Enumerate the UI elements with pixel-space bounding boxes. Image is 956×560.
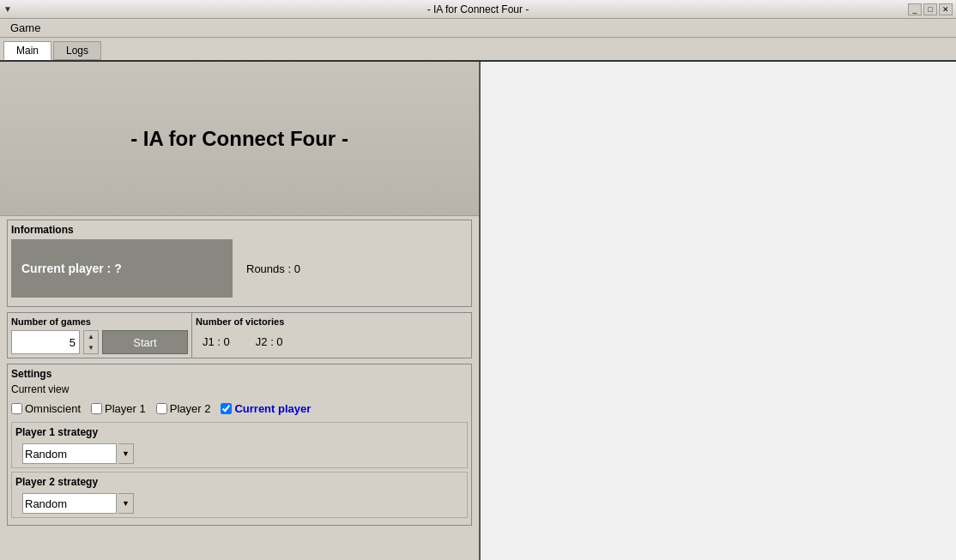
current-view-label: Current view bbox=[11, 383, 468, 395]
maximize-button[interactable]: □ bbox=[923, 3, 937, 15]
player2-select-arrow-icon[interactable]: ▼ bbox=[118, 493, 134, 514]
banner: - IA for Connect Four - bbox=[0, 62, 479, 216]
player2-strategy-select[interactable]: Random bbox=[22, 493, 117, 514]
player1-checkbox[interactable] bbox=[91, 403, 102, 414]
omniscient-checkbox[interactable] bbox=[11, 403, 22, 414]
informations-label: Informations bbox=[11, 224, 468, 236]
player1-strategy-label: Player 1 strategy bbox=[15, 426, 463, 438]
player1-strategy-section: Player 1 strategy Random ▼ bbox=[11, 422, 468, 468]
player1-view-label: Player 1 bbox=[105, 402, 146, 415]
games-input[interactable] bbox=[11, 330, 80, 354]
player2-checkbox-item[interactable]: Player 2 bbox=[156, 402, 211, 415]
current-player-checkbox-item[interactable]: Current player bbox=[221, 402, 311, 415]
victories-section-label: Number of victories bbox=[196, 316, 468, 327]
omniscient-label: Omniscient bbox=[25, 402, 81, 415]
j2-victories: J2 : 0 bbox=[256, 335, 283, 348]
player1-checkbox-item[interactable]: Player 1 bbox=[91, 402, 146, 415]
banner-title: - IA for Connect Four - bbox=[130, 127, 348, 151]
tab-logs[interactable]: Logs bbox=[53, 41, 101, 60]
settings-section: Settings Current view Omniscient Player … bbox=[7, 364, 472, 526]
rounds-text: Rounds : 0 bbox=[246, 262, 300, 275]
tab-main[interactable]: Main bbox=[3, 41, 51, 60]
start-button[interactable]: Start bbox=[102, 330, 188, 354]
player2-strategy-row: Random ▼ bbox=[15, 493, 463, 514]
menu-bar: Game bbox=[0, 19, 956, 38]
omniscient-checkbox-item[interactable]: Omniscient bbox=[11, 402, 81, 415]
player1-strategy-select[interactable]: Random bbox=[22, 443, 117, 464]
games-victories-row: Number of games ▲ ▼ Start Number of vict… bbox=[7, 312, 472, 358]
player2-strategy-section: Player 2 strategy Random ▼ bbox=[11, 472, 468, 518]
victories-section: Number of victories J1 : 0 J2 : 0 bbox=[192, 313, 471, 358]
current-player-checkbox[interactable] bbox=[221, 403, 232, 414]
checkboxes-row: Omniscient Player 1 Player 2 Current pla… bbox=[11, 399, 468, 418]
game-menu[interactable]: Game bbox=[3, 20, 47, 36]
spinner-down[interactable]: ▼ bbox=[84, 342, 98, 353]
current-player-view-label: Current player bbox=[234, 402, 311, 415]
games-section: Number of games ▲ ▼ Start bbox=[8, 313, 192, 358]
close-button[interactable]: ✕ bbox=[939, 3, 953, 15]
window-title: - IA for Connect Four - bbox=[427, 3, 529, 15]
j1-victories: J1 : 0 bbox=[203, 335, 230, 348]
title-bar-buttons: _ □ ✕ bbox=[908, 3, 953, 15]
player1-strategy-row: Random ▼ bbox=[15, 443, 463, 464]
informations-section: Informations Current player : ? Rounds :… bbox=[7, 220, 472, 307]
left-panel: - IA for Connect Four - Informations Cur… bbox=[0, 62, 481, 560]
games-section-label: Number of games bbox=[11, 316, 188, 327]
settings-label: Settings bbox=[11, 368, 468, 380]
spinner-row: ▲ ▼ Start bbox=[11, 330, 188, 354]
window-menu-icon[interactable]: ▼ bbox=[3, 4, 12, 14]
title-bar-left: ▼ bbox=[3, 4, 12, 14]
info-row: Current player : ? Rounds : 0 bbox=[11, 239, 468, 298]
player2-view-label: Player 2 bbox=[170, 402, 211, 415]
spinner-arrows: ▲ ▼ bbox=[83, 330, 99, 354]
right-panel bbox=[481, 62, 956, 560]
current-player-text: Current player : ? bbox=[21, 262, 122, 275]
player2-checkbox[interactable] bbox=[156, 403, 167, 414]
main-content: - IA for Connect Four - Informations Cur… bbox=[0, 60, 956, 560]
title-bar: ▼ - IA for Connect Four - _ □ ✕ bbox=[0, 0, 956, 19]
current-player-box: Current player : ? bbox=[11, 239, 233, 298]
minimize-button[interactable]: _ bbox=[908, 3, 922, 15]
victories-values: J1 : 0 J2 : 0 bbox=[196, 330, 468, 353]
player1-select-arrow-icon[interactable]: ▼ bbox=[118, 443, 134, 464]
spinner-up[interactable]: ▲ bbox=[84, 331, 98, 342]
tab-bar: Main Logs bbox=[0, 38, 956, 60]
rounds-box: Rounds : 0 bbox=[239, 239, 307, 298]
player2-strategy-label: Player 2 strategy bbox=[15, 476, 463, 488]
